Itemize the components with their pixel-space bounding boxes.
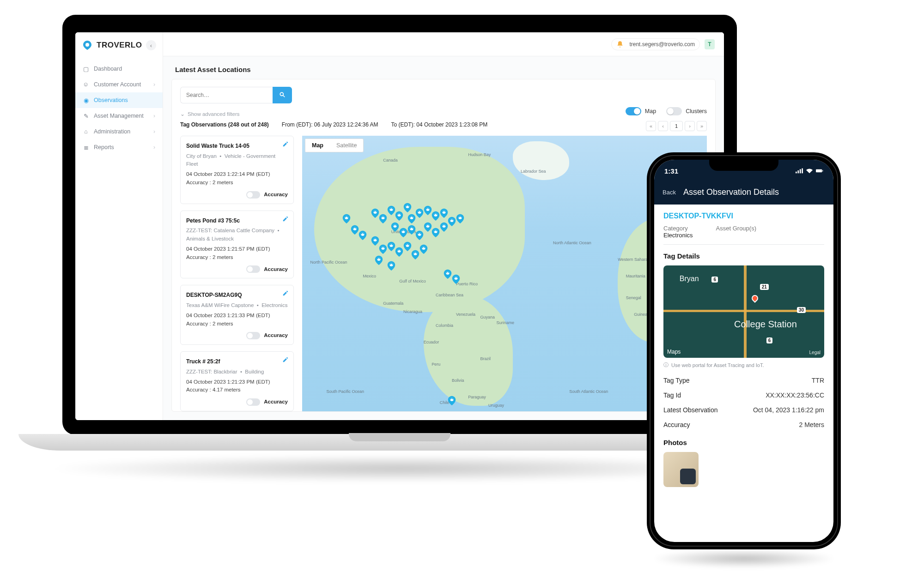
obs-title: Solid Waste Truck 14-05 — [186, 142, 288, 151]
sidebar-item-administration[interactable]: ⌂ Administration › — [75, 124, 163, 139]
avatar[interactable]: T — [705, 39, 715, 49]
signal-icon — [796, 168, 803, 174]
chevron-right-icon: › — [153, 113, 155, 119]
map-panel: Map Satellite Canada United States — [302, 136, 707, 411]
sidebar-collapse-button[interactable]: ‹ — [146, 40, 156, 50]
search-button[interactable] — [273, 87, 292, 103]
accuracy-toggle[interactable] — [246, 398, 260, 406]
sidebar: TROVERLO ‹ ▢ Dashboard ☺ Customer Accoun… — [75, 32, 163, 420]
edit-icon[interactable] — [282, 141, 289, 147]
map-pin-icon[interactable] — [451, 274, 461, 284]
road-shield: 30 — [797, 307, 806, 313]
obs-timestamp: 04 October 2023 1:21:23 PM (EDT) — [186, 378, 288, 386]
svg-point-0 — [280, 92, 283, 96]
edit-icon[interactable] — [282, 216, 289, 222]
map-pin-icon[interactable] — [341, 213, 352, 223]
map-pin-icon[interactable] — [374, 255, 384, 265]
map-label: Peru — [432, 362, 440, 367]
road-shield: 21 — [760, 284, 769, 290]
phone-shadow — [651, 549, 836, 568]
kv-val: 2 Meters — [799, 421, 824, 428]
wifi-icon — [806, 168, 813, 174]
maps-legal[interactable]: Legal — [809, 350, 821, 355]
pager-next[interactable]: › — [685, 121, 695, 131]
map-canvas[interactable]: Canada United States Mexico Gulf of Mexi… — [302, 136, 707, 411]
sidebar-item-dashboard[interactable]: ▢ Dashboard — [75, 61, 163, 77]
observations-list[interactable]: Solid Waste Truck 14-05 City of Bryan • … — [180, 136, 296, 411]
laptop-trackpad-notch — [349, 433, 450, 441]
obs-meta: ZZZ-TEST: Catalena Cattle Company • Anim… — [186, 227, 288, 243]
sidebar-item-label: Asset Management — [94, 113, 144, 119]
photo-thumbnail[interactable] — [663, 452, 699, 487]
meta-row: Tag Observations (248 out of 248) From (… — [180, 121, 707, 131]
portal-note: ⓘ Use web portal for Asset Tracing and I… — [663, 361, 824, 368]
status-time: 1:31 — [664, 167, 678, 175]
accuracy-toggle[interactable] — [246, 191, 260, 199]
user-icon: ☺ — [83, 81, 89, 88]
map-pin-icon[interactable] — [402, 202, 413, 212]
obs-meta: City of Bryan • Vehicle - Government Fle… — [186, 152, 288, 169]
map-toggle[interactable]: Map — [626, 107, 656, 115]
map[interactable]: Map Satellite Canada United States — [302, 136, 707, 411]
pager-prev[interactable]: ‹ — [658, 121, 668, 131]
phone-body[interactable]: DESKTOP-TVKKFVI Category Electronics Ass… — [654, 205, 833, 542]
map-type-map[interactable]: Map — [305, 139, 330, 152]
pager-current[interactable]: 1 — [670, 121, 683, 131]
user-menu[interactable]: trent.segers@troverlo.com — [611, 38, 700, 50]
clusters-toggle[interactable]: Clusters — [666, 107, 707, 115]
observation-card[interactable]: DESKTOP-SM2AG9Q Texas A&M WiFire Capston… — [180, 285, 294, 345]
map-label: South Pacific Ocean — [327, 389, 365, 394]
obs-meta: Texas A&M WiFire Capstone • Electronics — [186, 301, 288, 310]
observation-card[interactable]: Petes Pond #3 75:5c ZZZ-TEST: Catalena C… — [180, 211, 294, 279]
svg-rect-41 — [822, 170, 823, 172]
search-icon — [279, 91, 286, 99]
photos-heading: Photos — [663, 439, 824, 446]
observation-card[interactable]: Solid Waste Truck 14-05 City of Bryan • … — [180, 136, 294, 204]
page-title: Latest Asset Locations — [163, 56, 724, 79]
kv-row: Tag Type TTR — [663, 373, 824, 388]
sidebar-item-observations[interactable]: ◉ Observations — [75, 92, 163, 108]
phone-title: Asset Observation Details — [683, 187, 825, 197]
map-label: Senegal — [626, 295, 641, 300]
topbar: trent.segers@troverlo.com T — [163, 32, 724, 56]
edit-icon[interactable] — [282, 290, 289, 296]
info-icon: ⓘ — [663, 361, 669, 368]
sidebar-nav: ▢ Dashboard ☺ Customer Account › ◉ Obser… — [75, 58, 163, 158]
map-label: Colombia — [436, 323, 453, 328]
map-pin-icon[interactable] — [447, 395, 457, 405]
city-label: Bryan — [680, 275, 699, 283]
mini-map[interactable]: Bryan College Station 6 30 6 21 Maps Leg… — [663, 265, 824, 358]
back-button[interactable]: Back — [663, 189, 676, 196]
accuracy-toggle[interactable] — [246, 265, 260, 273]
map-label: North Atlantic Ocean — [553, 241, 591, 245]
main-content: trent.segers@troverlo.com T Latest Asset… — [163, 32, 724, 420]
sidebar-item-customer-account[interactable]: ☺ Customer Account › — [75, 77, 163, 92]
map-pin-icon[interactable] — [455, 213, 465, 223]
kv-row: Accuracy 2 Meters — [663, 417, 824, 432]
svg-rect-36 — [796, 172, 797, 174]
accuracy-toggle[interactable] — [246, 332, 260, 339]
map-pin-icon[interactable] — [358, 230, 368, 240]
search-row — [180, 87, 707, 103]
edit-icon[interactable] — [282, 356, 289, 363]
svg-rect-40 — [816, 169, 822, 173]
asset-id: DESKTOP-TVKKFVI — [663, 212, 824, 220]
sidebar-item-asset-management[interactable]: ✎ Asset Management › — [75, 108, 163, 124]
switch-on-icon — [626, 107, 641, 115]
kv-val: XX:XX:XX:23:56:CC — [766, 391, 824, 399]
pager-first[interactable]: « — [646, 121, 656, 131]
chevron-right-icon: › — [153, 128, 155, 135]
map-pin-icon[interactable] — [419, 244, 429, 254]
observations-count: Tag Observations (248 out of 248) — [180, 121, 269, 129]
map-pin-icon[interactable] — [386, 260, 396, 271]
map-label: Mexico — [363, 274, 376, 278]
toggle-label: Clusters — [686, 108, 707, 114]
pager-last[interactable]: » — [697, 121, 707, 131]
search-input[interactable] — [180, 87, 273, 103]
obs-meta: ZZZ-TEST: Blackbriar • Building — [186, 368, 288, 376]
map-type-satellite[interactable]: Satellite — [330, 139, 363, 152]
observation-card[interactable]: Truck # 25:2f ZZZ-TEST: Blackbriar • Bui… — [180, 351, 294, 411]
map-label: Labrador Sea — [521, 169, 546, 174]
obs-title: Petes Pond #3 75:5c — [186, 217, 288, 225]
sidebar-item-reports[interactable]: ≣ Reports › — [75, 139, 163, 155]
